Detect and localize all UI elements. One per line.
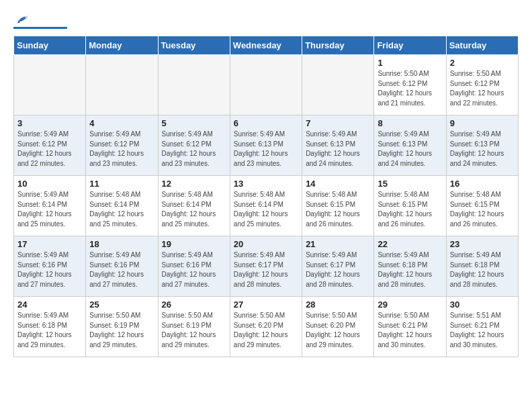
calendar-cell: 17Sunrise: 5:49 AM Sunset: 6:16 PM Dayli…	[14, 236, 86, 297]
calendar-cell: 21Sunrise: 5:49 AM Sunset: 6:17 PM Dayli…	[302, 236, 374, 297]
day-info: Sunrise: 5:49 AM Sunset: 6:18 PM Dayligh…	[378, 250, 442, 289]
day-number: 11	[89, 179, 154, 189]
day-info: Sunrise: 5:49 AM Sunset: 6:18 PM Dayligh…	[450, 250, 515, 289]
day-number: 23	[450, 239, 515, 249]
weekday-header-thursday: Thursday	[302, 36, 374, 55]
day-info: Sunrise: 5:50 AM Sunset: 6:20 PM Dayligh…	[234, 311, 298, 350]
calendar-cell: 7Sunrise: 5:49 AM Sunset: 6:13 PM Daylig…	[302, 116, 374, 176]
calendar-cell: 29Sunrise: 5:50 AM Sunset: 6:21 PM Dayli…	[374, 297, 446, 357]
day-number: 30	[450, 300, 515, 310]
day-number: 18	[89, 239, 154, 249]
calendar-cell: 3Sunrise: 5:49 AM Sunset: 6:12 PM Daylig…	[14, 116, 86, 176]
day-info: Sunrise: 5:49 AM Sunset: 6:16 PM Dayligh…	[162, 250, 226, 289]
calendar-cell: 8Sunrise: 5:49 AM Sunset: 6:13 PM Daylig…	[374, 116, 446, 176]
day-number: 13	[234, 179, 298, 189]
calendar-cell: 23Sunrise: 5:49 AM Sunset: 6:18 PM Dayli…	[446, 236, 518, 297]
calendar-cell: 20Sunrise: 5:49 AM Sunset: 6:17 PM Dayli…	[230, 236, 302, 297]
day-number: 4	[89, 118, 154, 128]
day-info: Sunrise: 5:48 AM Sunset: 6:14 PM Dayligh…	[234, 190, 298, 229]
calendar-cell	[86, 55, 158, 116]
calendar-cell: 24Sunrise: 5:49 AM Sunset: 6:18 PM Dayli…	[14, 297, 86, 357]
calendar-cell: 27Sunrise: 5:50 AM Sunset: 6:20 PM Dayli…	[230, 297, 302, 357]
weekday-header-tuesday: Tuesday	[158, 36, 230, 55]
calendar-cell: 10Sunrise: 5:49 AM Sunset: 6:14 PM Dayli…	[14, 176, 86, 236]
day-info: Sunrise: 5:50 AM Sunset: 6:19 PM Dayligh…	[89, 311, 154, 350]
day-info: Sunrise: 5:49 AM Sunset: 6:12 PM Dayligh…	[17, 130, 82, 169]
calendar-cell	[14, 55, 86, 116]
day-number: 19	[162, 239, 226, 249]
calendar-cell: 5Sunrise: 5:49 AM Sunset: 6:12 PM Daylig…	[158, 116, 230, 176]
week-row-2: 3Sunrise: 5:49 AM Sunset: 6:12 PM Daylig…	[14, 116, 519, 176]
week-row-1: 1Sunrise: 5:50 AM Sunset: 6:12 PM Daylig…	[14, 55, 519, 116]
day-info: Sunrise: 5:49 AM Sunset: 6:12 PM Dayligh…	[162, 130, 226, 169]
weekday-header-saturday: Saturday	[446, 36, 518, 55]
calendar-cell: 14Sunrise: 5:48 AM Sunset: 6:15 PM Dayli…	[302, 176, 374, 236]
calendar: SundayMondayTuesdayWednesdayThursdayFrid…	[13, 36, 519, 357]
weekday-header-sunday: Sunday	[14, 36, 86, 55]
day-info: Sunrise: 5:48 AM Sunset: 6:15 PM Dayligh…	[450, 190, 515, 229]
calendar-cell: 13Sunrise: 5:48 AM Sunset: 6:14 PM Dayli…	[230, 176, 302, 236]
day-info: Sunrise: 5:48 AM Sunset: 6:14 PM Dayligh…	[89, 190, 154, 229]
day-info: Sunrise: 5:48 AM Sunset: 6:15 PM Dayligh…	[306, 190, 370, 229]
calendar-cell	[158, 55, 230, 116]
day-info: Sunrise: 5:50 AM Sunset: 6:21 PM Dayligh…	[378, 311, 442, 350]
calendar-cell: 18Sunrise: 5:49 AM Sunset: 6:16 PM Dayli…	[86, 236, 158, 297]
calendar-cell: 15Sunrise: 5:48 AM Sunset: 6:15 PM Dayli…	[374, 176, 446, 236]
week-row-3: 10Sunrise: 5:49 AM Sunset: 6:14 PM Dayli…	[14, 176, 519, 236]
calendar-cell	[230, 55, 302, 116]
day-number: 27	[234, 300, 298, 310]
day-info: Sunrise: 5:49 AM Sunset: 6:17 PM Dayligh…	[306, 250, 370, 289]
calendar-cell: 12Sunrise: 5:48 AM Sunset: 6:14 PM Dayli…	[158, 176, 230, 236]
calendar-cell: 28Sunrise: 5:50 AM Sunset: 6:20 PM Dayli…	[302, 297, 374, 357]
day-number: 7	[306, 118, 370, 128]
calendar-cell: 1Sunrise: 5:50 AM Sunset: 6:12 PM Daylig…	[374, 55, 446, 116]
weekday-header-monday: Monday	[86, 36, 158, 55]
calendar-cell: 4Sunrise: 5:49 AM Sunset: 6:12 PM Daylig…	[86, 116, 158, 176]
day-number: 10	[17, 179, 82, 189]
header	[13, 13, 519, 29]
day-number: 9	[450, 118, 515, 128]
day-number: 8	[378, 118, 442, 128]
weekday-header-wednesday: Wednesday	[230, 36, 302, 55]
calendar-cell: 6Sunrise: 5:49 AM Sunset: 6:13 PM Daylig…	[230, 116, 302, 176]
logo-underline	[13, 27, 67, 29]
calendar-cell: 26Sunrise: 5:50 AM Sunset: 6:19 PM Dayli…	[158, 297, 230, 357]
day-info: Sunrise: 5:50 AM Sunset: 6:12 PM Dayligh…	[378, 69, 442, 108]
day-number: 15	[378, 179, 442, 189]
week-row-4: 17Sunrise: 5:49 AM Sunset: 6:16 PM Dayli…	[14, 236, 519, 297]
day-number: 14	[306, 179, 370, 189]
calendar-cell: 25Sunrise: 5:50 AM Sunset: 6:19 PM Dayli…	[86, 297, 158, 357]
calendar-cell: 2Sunrise: 5:50 AM Sunset: 6:12 PM Daylig…	[446, 55, 518, 116]
day-info: Sunrise: 5:49 AM Sunset: 6:13 PM Dayligh…	[450, 130, 515, 169]
weekday-header-row: SundayMondayTuesdayWednesdayThursdayFrid…	[14, 36, 519, 55]
day-info: Sunrise: 5:48 AM Sunset: 6:14 PM Dayligh…	[162, 190, 226, 229]
calendar-cell	[302, 55, 374, 116]
day-number: 24	[17, 300, 82, 310]
day-number: 29	[378, 300, 442, 310]
day-info: Sunrise: 5:49 AM Sunset: 6:13 PM Dayligh…	[306, 130, 370, 169]
day-number: 28	[306, 300, 370, 310]
calendar-cell: 19Sunrise: 5:49 AM Sunset: 6:16 PM Dayli…	[158, 236, 230, 297]
day-number: 12	[162, 179, 226, 189]
day-info: Sunrise: 5:49 AM Sunset: 6:12 PM Dayligh…	[89, 130, 154, 169]
day-number: 6	[234, 118, 298, 128]
day-info: Sunrise: 5:49 AM Sunset: 6:13 PM Dayligh…	[234, 130, 298, 169]
day-info: Sunrise: 5:50 AM Sunset: 6:20 PM Dayligh…	[306, 311, 370, 350]
day-info: Sunrise: 5:50 AM Sunset: 6:19 PM Dayligh…	[162, 311, 226, 350]
weekday-header-friday: Friday	[374, 36, 446, 55]
day-info: Sunrise: 5:49 AM Sunset: 6:18 PM Dayligh…	[17, 311, 82, 350]
calendar-cell: 16Sunrise: 5:48 AM Sunset: 6:15 PM Dayli…	[446, 176, 518, 236]
day-info: Sunrise: 5:50 AM Sunset: 6:12 PM Dayligh…	[450, 69, 515, 108]
day-number: 1	[378, 58, 442, 68]
day-info: Sunrise: 5:49 AM Sunset: 6:17 PM Dayligh…	[234, 250, 298, 289]
calendar-cell: 22Sunrise: 5:49 AM Sunset: 6:18 PM Dayli…	[374, 236, 446, 297]
day-number: 17	[17, 239, 82, 249]
day-number: 26	[162, 300, 226, 310]
day-number: 21	[306, 239, 370, 249]
day-number: 2	[450, 58, 515, 68]
day-number: 3	[17, 118, 82, 128]
logo-bird-icon	[15, 13, 30, 26]
day-number: 22	[378, 239, 442, 249]
day-info: Sunrise: 5:51 AM Sunset: 6:21 PM Dayligh…	[450, 311, 515, 350]
calendar-cell: 11Sunrise: 5:48 AM Sunset: 6:14 PM Dayli…	[86, 176, 158, 236]
